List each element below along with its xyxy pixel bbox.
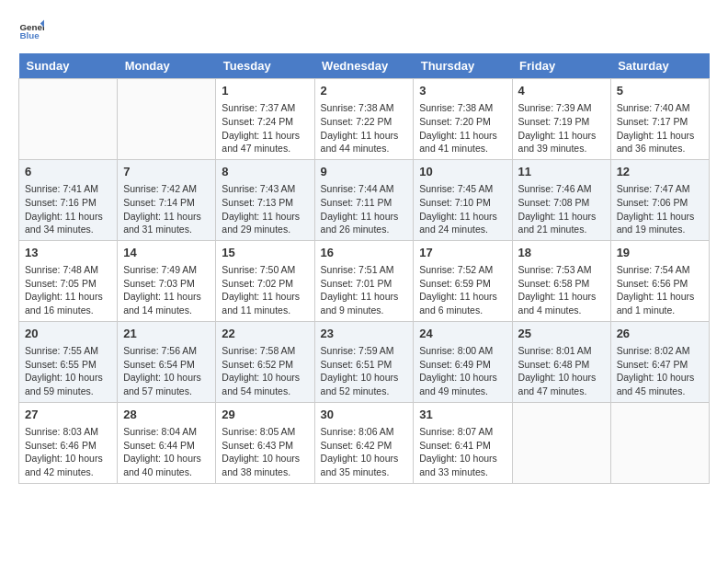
day-cell: 13Sunrise: 7:48 AM Sunset: 7:05 PM Dayli…	[19, 240, 118, 321]
date-number: 24	[419, 326, 506, 342]
week-row-2: 6Sunrise: 7:41 AM Sunset: 7:16 PM Daylig…	[19, 159, 710, 240]
date-number: 29	[222, 407, 308, 423]
day-cell: 11Sunrise: 7:46 AM Sunset: 7:08 PM Dayli…	[512, 159, 610, 240]
column-header-thursday: Thursday	[414, 53, 512, 79]
date-number: 10	[419, 164, 506, 180]
day-info: Sunrise: 7:46 AM Sunset: 7:08 PM Dayligh…	[518, 182, 605, 236]
date-number: 25	[518, 326, 605, 342]
day-cell: 7Sunrise: 7:42 AM Sunset: 7:14 PM Daylig…	[118, 159, 216, 240]
calendar-table: SundayMondayTuesdayWednesdayThursdayFrid…	[18, 53, 710, 484]
day-cell	[118, 79, 216, 160]
day-cell: 26Sunrise: 8:02 AM Sunset: 6:47 PM Dayli…	[610, 321, 709, 402]
logo: General Blue	[18, 18, 44, 44]
date-number: 2	[321, 83, 408, 99]
week-row-5: 27Sunrise: 8:03 AM Sunset: 6:46 PM Dayli…	[19, 402, 710, 483]
day-cell: 31Sunrise: 8:07 AM Sunset: 6:41 PM Dayli…	[414, 402, 512, 483]
logo-icon: General Blue	[18, 18, 44, 44]
day-cell: 18Sunrise: 7:53 AM Sunset: 6:58 PM Dayli…	[512, 240, 610, 321]
date-number: 1	[222, 83, 308, 99]
day-cell: 1Sunrise: 7:37 AM Sunset: 7:24 PM Daylig…	[216, 79, 314, 160]
day-cell: 9Sunrise: 7:44 AM Sunset: 7:11 PM Daylig…	[314, 159, 414, 240]
day-cell: 6Sunrise: 7:41 AM Sunset: 7:16 PM Daylig…	[19, 159, 118, 240]
date-number: 31	[419, 407, 506, 423]
day-info: Sunrise: 7:48 AM Sunset: 7:05 PM Dayligh…	[25, 263, 111, 317]
date-number: 30	[321, 407, 408, 423]
day-cell: 15Sunrise: 7:50 AM Sunset: 7:02 PM Dayli…	[216, 240, 314, 321]
day-cell: 10Sunrise: 7:45 AM Sunset: 7:10 PM Dayli…	[414, 159, 512, 240]
day-cell: 14Sunrise: 7:49 AM Sunset: 7:03 PM Dayli…	[118, 240, 216, 321]
week-row-3: 13Sunrise: 7:48 AM Sunset: 7:05 PM Dayli…	[19, 240, 710, 321]
date-number: 22	[222, 326, 308, 342]
day-info: Sunrise: 7:51 AM Sunset: 7:01 PM Dayligh…	[321, 263, 408, 317]
date-number: 15	[222, 245, 308, 261]
day-cell	[610, 402, 709, 483]
day-info: Sunrise: 7:55 AM Sunset: 6:55 PM Dayligh…	[25, 344, 111, 398]
day-cell: 27Sunrise: 8:03 AM Sunset: 6:46 PM Dayli…	[19, 402, 118, 483]
day-info: Sunrise: 7:50 AM Sunset: 7:02 PM Dayligh…	[222, 263, 308, 317]
date-number: 7	[123, 164, 210, 180]
date-number: 28	[123, 407, 210, 423]
day-info: Sunrise: 7:44 AM Sunset: 7:11 PM Dayligh…	[321, 182, 408, 236]
day-info: Sunrise: 7:37 AM Sunset: 7:24 PM Dayligh…	[222, 101, 308, 155]
day-info: Sunrise: 8:02 AM Sunset: 6:47 PM Dayligh…	[617, 344, 703, 398]
date-number: 26	[617, 326, 703, 342]
day-cell: 19Sunrise: 7:54 AM Sunset: 6:56 PM Dayli…	[610, 240, 709, 321]
day-info: Sunrise: 8:01 AM Sunset: 6:48 PM Dayligh…	[518, 344, 605, 398]
date-number: 5	[617, 83, 703, 99]
page-header: General Blue	[18, 18, 710, 44]
day-info: Sunrise: 7:53 AM Sunset: 6:58 PM Dayligh…	[518, 263, 605, 317]
date-number: 3	[419, 83, 506, 99]
date-number: 18	[518, 245, 605, 261]
column-header-friday: Friday	[512, 53, 610, 79]
date-number: 11	[518, 164, 605, 180]
day-cell: 17Sunrise: 7:52 AM Sunset: 6:59 PM Dayli…	[414, 240, 512, 321]
date-number: 16	[321, 245, 408, 261]
day-cell: 23Sunrise: 7:59 AM Sunset: 6:51 PM Dayli…	[314, 321, 414, 402]
day-cell: 22Sunrise: 7:58 AM Sunset: 6:52 PM Dayli…	[216, 321, 314, 402]
column-header-wednesday: Wednesday	[314, 53, 414, 79]
week-row-4: 20Sunrise: 7:55 AM Sunset: 6:55 PM Dayli…	[19, 321, 710, 402]
day-info: Sunrise: 7:38 AM Sunset: 7:20 PM Dayligh…	[419, 101, 506, 155]
day-cell: 28Sunrise: 8:04 AM Sunset: 6:44 PM Dayli…	[118, 402, 216, 483]
day-info: Sunrise: 8:05 AM Sunset: 6:43 PM Dayligh…	[222, 425, 308, 479]
date-number: 8	[222, 164, 308, 180]
day-info: Sunrise: 7:45 AM Sunset: 7:10 PM Dayligh…	[419, 182, 506, 236]
day-cell	[512, 402, 610, 483]
day-cell: 2Sunrise: 7:38 AM Sunset: 7:22 PM Daylig…	[314, 79, 414, 160]
day-cell: 30Sunrise: 8:06 AM Sunset: 6:42 PM Dayli…	[314, 402, 414, 483]
day-cell: 4Sunrise: 7:39 AM Sunset: 7:19 PM Daylig…	[512, 79, 610, 160]
day-cell: 3Sunrise: 7:38 AM Sunset: 7:20 PM Daylig…	[414, 79, 512, 160]
day-cell: 20Sunrise: 7:55 AM Sunset: 6:55 PM Dayli…	[19, 321, 118, 402]
day-cell: 29Sunrise: 8:05 AM Sunset: 6:43 PM Dayli…	[216, 402, 314, 483]
day-info: Sunrise: 7:41 AM Sunset: 7:16 PM Dayligh…	[25, 182, 111, 236]
day-cell: 21Sunrise: 7:56 AM Sunset: 6:54 PM Dayli…	[118, 321, 216, 402]
column-header-monday: Monday	[118, 53, 216, 79]
header-row: SundayMondayTuesdayWednesdayThursdayFrid…	[19, 53, 710, 79]
day-info: Sunrise: 7:59 AM Sunset: 6:51 PM Dayligh…	[321, 344, 408, 398]
date-number: 23	[321, 326, 408, 342]
date-number: 19	[617, 245, 703, 261]
date-number: 4	[518, 83, 605, 99]
day-cell: 25Sunrise: 8:01 AM Sunset: 6:48 PM Dayli…	[512, 321, 610, 402]
column-header-sunday: Sunday	[19, 53, 118, 79]
date-number: 17	[419, 245, 506, 261]
day-info: Sunrise: 7:49 AM Sunset: 7:03 PM Dayligh…	[123, 263, 210, 317]
day-info: Sunrise: 7:52 AM Sunset: 6:59 PM Dayligh…	[419, 263, 506, 317]
day-cell: 8Sunrise: 7:43 AM Sunset: 7:13 PM Daylig…	[216, 159, 314, 240]
date-number: 12	[617, 164, 703, 180]
day-info: Sunrise: 7:39 AM Sunset: 7:19 PM Dayligh…	[518, 101, 605, 155]
date-number: 27	[25, 407, 111, 423]
column-header-tuesday: Tuesday	[216, 53, 314, 79]
column-header-saturday: Saturday	[610, 53, 709, 79]
day-cell	[19, 79, 118, 160]
date-number: 13	[25, 245, 111, 261]
day-info: Sunrise: 7:43 AM Sunset: 7:13 PM Dayligh…	[222, 182, 308, 236]
day-info: Sunrise: 7:40 AM Sunset: 7:17 PM Dayligh…	[617, 101, 703, 155]
date-number: 9	[321, 164, 408, 180]
date-number: 14	[123, 245, 210, 261]
date-number: 20	[25, 326, 111, 342]
svg-text:Blue: Blue	[19, 30, 40, 40]
day-cell: 12Sunrise: 7:47 AM Sunset: 7:06 PM Dayli…	[610, 159, 709, 240]
day-info: Sunrise: 8:04 AM Sunset: 6:44 PM Dayligh…	[123, 425, 210, 479]
day-cell: 24Sunrise: 8:00 AM Sunset: 6:49 PM Dayli…	[414, 321, 512, 402]
